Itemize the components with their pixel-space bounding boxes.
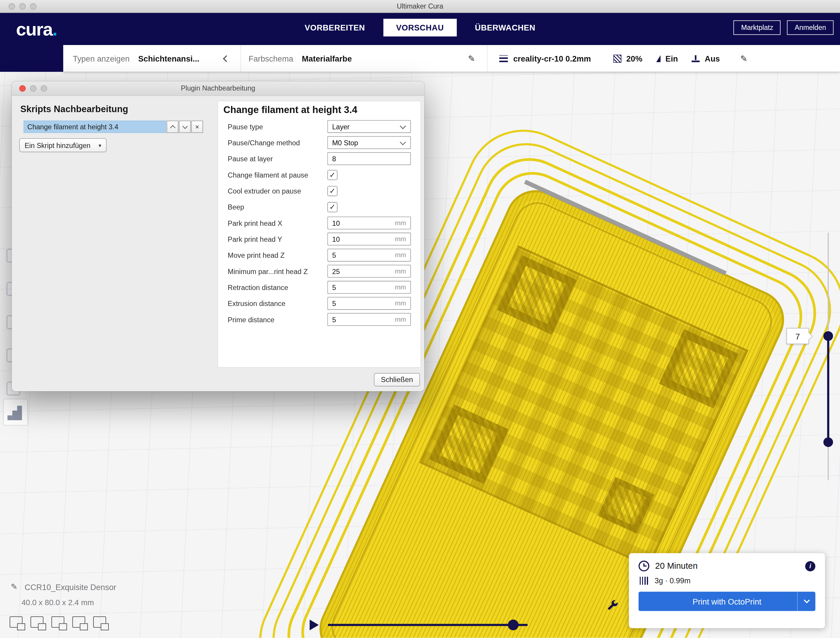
- tab-ueberwachen[interactable]: ÜBERWACHEN: [462, 19, 548, 36]
- chevron-down-icon: [804, 597, 810, 603]
- form-row: Pause type Layer: [218, 119, 421, 135]
- view-type-label: Typen anzeigen: [73, 54, 129, 63]
- view-top-icon[interactable]: [93, 616, 106, 628]
- view-type-section[interactable]: Typen anzeigen Schichtenansi...: [63, 45, 241, 72]
- chevron-down-icon: [400, 123, 406, 129]
- move-script-up-button[interactable]: [167, 121, 178, 133]
- dialog-titlebar[interactable]: Plugin Nachbearbeitung: [12, 81, 425, 96]
- dialog-title: Plugin Nachbearbeitung: [12, 84, 425, 92]
- chevron-down-icon: [182, 123, 188, 129]
- field-label: Pause at layer: [228, 155, 327, 163]
- view-xray-icon[interactable]: [30, 616, 43, 628]
- model-dimensions: 40.0 x 80.0 x 2.4 mm: [21, 598, 94, 606]
- print-with-octoprint-button[interactable]: Print with OctoPrint: [639, 592, 815, 611]
- field-label: Park print head Y: [228, 235, 327, 243]
- logo-dot: .: [52, 19, 57, 39]
- print-button-label: Print with OctoPrint: [639, 597, 815, 606]
- chevron-up-icon: [170, 125, 175, 130]
- play-button[interactable]: [309, 620, 319, 630]
- script-settings-heading: Change filament at height 3.4: [223, 104, 357, 116]
- printer-profile-value: creality-cr-10 0.2mm: [513, 54, 591, 63]
- minimum-park-head-z-input[interactable]: 25 mm: [327, 265, 411, 277]
- per-model-settings-button[interactable]: [3, 399, 28, 426]
- signin-button[interactable]: Anmelden: [787, 21, 834, 35]
- script-settings-form: Pause type Layer Pause/Change method M0 …: [218, 119, 421, 327]
- tab-vorschau[interactable]: VORSCHAU: [383, 19, 457, 36]
- layer-slider-bottom-handle[interactable]: [823, 437, 833, 447]
- change-filament-checkbox[interactable]: ✓: [327, 169, 338, 180]
- edit-icon[interactable]: ✎: [468, 53, 475, 63]
- form-row: Pause/Change method M0 Stop: [218, 135, 421, 150]
- move-script-down-button[interactable]: [179, 121, 191, 133]
- park-head-y-input[interactable]: 10 mm: [327, 233, 411, 245]
- marketplace-button[interactable]: Marktplatz: [734, 21, 780, 35]
- print-settings-section[interactable]: creality-cr-10 0.2mm 20% Ein Aus ✎: [488, 45, 840, 72]
- rename-model-icon[interactable]: ✎: [11, 582, 17, 592]
- adhesion-value: Aus: [705, 54, 720, 63]
- field-label: Change filament at pause: [228, 171, 327, 179]
- add-script-button[interactable]: Ein Skript hinzufügen ▾: [19, 138, 106, 152]
- prime-distance-input[interactable]: 5 mm: [327, 313, 411, 326]
- form-row: Prime distance 5 mm: [218, 311, 421, 327]
- dialog-close-action-button[interactable]: Schließen: [374, 373, 420, 386]
- view-type-value: Schichtenansi...: [138, 54, 199, 63]
- remove-script-button[interactable]: ×: [191, 121, 203, 133]
- print-options-dropdown[interactable]: [797, 592, 815, 611]
- check-icon: ✓: [329, 171, 335, 179]
- dropdown-arrow-icon: ▾: [98, 142, 101, 148]
- tab-vorbereiten[interactable]: VORBEREITEN: [292, 19, 378, 36]
- timeline-track[interactable]: [328, 624, 528, 626]
- field-label: Pause type: [228, 122, 327, 130]
- edit-icon[interactable]: ✎: [741, 53, 747, 63]
- field-label: Park print head X: [228, 219, 327, 227]
- view-object-icon[interactable]: [10, 616, 22, 628]
- printer-profile-icon: [499, 55, 508, 62]
- cool-extruder-checkbox[interactable]: ✓: [327, 186, 338, 196]
- script-list: Change filament at height 3.4 ×: [24, 121, 203, 133]
- tools-wrench-icon[interactable]: [606, 599, 619, 612]
- info-icon[interactable]: i: [805, 561, 815, 571]
- retraction-distance-input[interactable]: 5 mm: [327, 281, 411, 294]
- field-label: Minimum par...rint head Z: [228, 267, 327, 275]
- view-layers-icon[interactable]: [52, 616, 64, 628]
- view-front-icon[interactable]: [73, 616, 85, 628]
- timeline-handle[interactable]: [508, 620, 518, 630]
- beep-checkbox[interactable]: ✓: [327, 202, 338, 212]
- field-label: Beep: [228, 203, 327, 211]
- pause-type-select[interactable]: Layer: [327, 120, 411, 133]
- selected-script-item[interactable]: Change filament at height 3.4: [24, 121, 166, 133]
- layer-number-tooltip: 7: [786, 328, 809, 344]
- print-time-estimate: 20 Minuten: [655, 561, 698, 571]
- add-script-label: Ein Skript hinzufügen: [25, 141, 90, 149]
- field-label: Pause/Change method: [228, 138, 327, 146]
- chevron-left-icon[interactable]: [223, 55, 230, 62]
- material-estimate: 3g · 0.99m: [655, 576, 690, 585]
- pause-method-select[interactable]: M0 Stop: [327, 136, 411, 149]
- model-name: CCR10_Exquisite Densor: [25, 583, 116, 592]
- field-label: Cool extruder on pause: [228, 187, 327, 195]
- infill-value: 20%: [626, 54, 642, 63]
- form-row: Extrusion distance 5 mm: [218, 295, 421, 311]
- form-row: Pause at layer 8: [218, 150, 421, 166]
- field-label: Extrusion distance: [228, 299, 327, 307]
- park-head-x-input[interactable]: 10 mm: [327, 217, 411, 230]
- color-scheme-label: Farbschema: [248, 54, 293, 63]
- layer-slider-range[interactable]: [827, 336, 829, 442]
- stairs-icon: [17, 406, 22, 420]
- adhesion-icon: [692, 55, 700, 62]
- form-row: Park print head X 10 mm: [218, 215, 421, 231]
- color-scheme-section[interactable]: Farbschema Materialfarbe ✎: [241, 45, 487, 72]
- support-value: Ein: [665, 54, 678, 63]
- cura-logo: cura.: [16, 19, 57, 40]
- move-head-z-input[interactable]: 5 mm: [327, 249, 411, 261]
- script-settings-panel: Change filament at height 3.4 Pause type…: [217, 101, 421, 368]
- infill-icon: [613, 54, 621, 62]
- qr-finder-square: [598, 477, 655, 534]
- pause-at-layer-input[interactable]: 8: [327, 152, 411, 165]
- extrusion-distance-input[interactable]: 5 mm: [327, 297, 411, 310]
- color-scheme-value: Materialfarbe: [302, 54, 352, 63]
- qr-finder-square: [429, 405, 509, 484]
- stairs-icon: [13, 410, 17, 420]
- layer-slider-top-handle[interactable]: [823, 331, 833, 341]
- window-title: Ultimaker Cura: [0, 2, 840, 10]
